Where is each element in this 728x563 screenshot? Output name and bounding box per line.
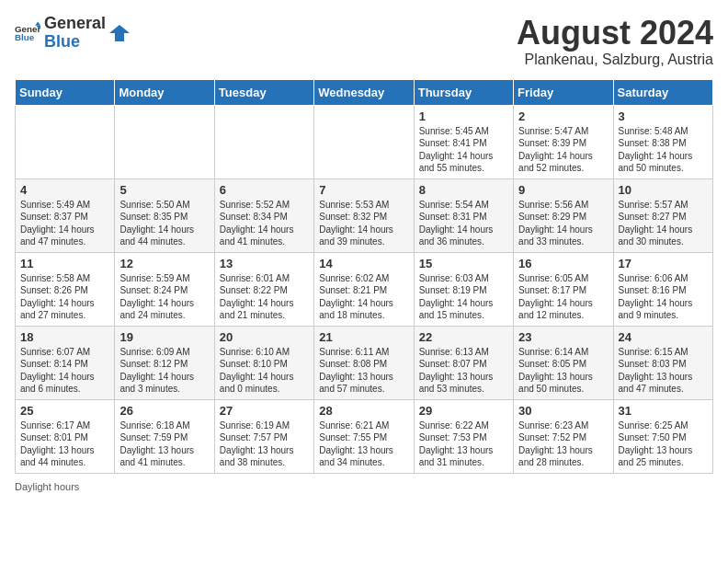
page-header: General Blue General Blue August 2024 Pl… (15, 15, 713, 68)
cell-content-line: Daylight: 14 hours and 9 minutes. (619, 297, 708, 322)
day-number: 19 (119, 330, 209, 344)
cell-content-line: Sunset: 8:07 PM (419, 358, 508, 371)
cell-content-line: Sunrise: 5:49 AM (20, 199, 109, 212)
cell-content-line: Sunrise: 5:57 AM (619, 199, 708, 212)
day-number: 28 (319, 404, 408, 418)
svg-marker-4 (109, 25, 130, 41)
logo-blue-text: Blue (44, 33, 106, 52)
calendar-cell: 16Sunrise: 6:05 AMSunset: 8:17 PMDayligh… (514, 252, 613, 326)
day-number: 27 (220, 404, 309, 418)
calendar-dow-saturday: Saturday (613, 79, 712, 105)
day-number: 11 (20, 257, 109, 270)
cell-content-line: Sunset: 7:59 PM (119, 431, 209, 444)
cell-content-line: Daylight: 13 hours and 28 minutes. (518, 444, 608, 469)
cell-content-line: Sunrise: 5:52 AM (220, 199, 309, 212)
day-number: 17 (619, 257, 708, 270)
cell-content-line: Sunrise: 5:48 AM (619, 125, 708, 138)
calendar-week-row: 18Sunrise: 6:07 AMSunset: 8:14 PMDayligh… (16, 326, 713, 399)
month-title: August 2024 (517, 15, 713, 52)
cell-content-line: Sunset: 8:01 PM (20, 431, 109, 444)
logo-bird-icon (109, 23, 130, 43)
calendar-dow-wednesday: Wednesday (314, 79, 414, 105)
cell-content-line: Sunrise: 6:19 AM (220, 419, 309, 432)
svg-text:Blue: Blue (15, 32, 35, 42)
calendar-cell: 24Sunrise: 6:15 AMSunset: 8:03 PMDayligh… (613, 326, 712, 399)
calendar-dow-friday: Friday (514, 79, 613, 105)
day-number: 4 (20, 183, 109, 197)
cell-content-line: Sunrise: 6:21 AM (319, 419, 408, 432)
cell-content-line: Sunset: 8:34 PM (220, 211, 309, 224)
cell-content-line: Daylight: 13 hours and 57 minutes. (319, 371, 408, 396)
calendar-cell: 9Sunrise: 5:56 AMSunset: 8:29 PMDaylight… (514, 178, 613, 252)
calendar-cell: 7Sunrise: 5:53 AMSunset: 8:32 PMDaylight… (314, 178, 414, 252)
cell-content-line: Sunset: 8:21 PM (319, 284, 408, 297)
calendar-cell (115, 105, 214, 178)
day-number: 13 (220, 257, 309, 270)
cell-content-line: Sunrise: 6:11 AM (319, 346, 408, 359)
calendar-cell: 3Sunrise: 5:48 AMSunset: 8:38 PMDaylight… (613, 105, 712, 178)
cell-content-line: Daylight: 14 hours and 6 minutes. (20, 371, 109, 396)
calendar-cell (314, 105, 414, 178)
day-number: 9 (518, 183, 608, 197)
cell-content-line: Daylight: 14 hours and 30 minutes. (619, 224, 708, 248)
cell-content-line: Daylight: 14 hours and 52 minutes. (518, 150, 608, 175)
cell-content-line: Sunset: 7:57 PM (220, 431, 309, 444)
day-number: 29 (419, 404, 508, 418)
cell-content-line: Daylight: 14 hours and 33 minutes. (518, 224, 608, 248)
cell-content-line: Daylight: 13 hours and 47 minutes. (619, 371, 708, 396)
cell-content-line: Sunrise: 6:18 AM (119, 419, 209, 432)
calendar-cell: 1Sunrise: 5:45 AMSunset: 8:41 PMDaylight… (414, 105, 513, 178)
cell-content-line: Sunrise: 6:05 AM (518, 272, 608, 285)
cell-content-line: Sunset: 8:12 PM (119, 358, 209, 371)
cell-content-line: Sunset: 8:35 PM (119, 211, 209, 224)
cell-content-line: Sunrise: 6:13 AM (419, 346, 508, 359)
calendar-dow-tuesday: Tuesday (214, 79, 313, 105)
cell-content-line: Sunset: 8:31 PM (419, 211, 508, 224)
cell-content-line: Sunset: 8:37 PM (20, 211, 109, 224)
cell-content-line: Sunrise: 6:15 AM (619, 346, 708, 359)
calendar-cell: 15Sunrise: 6:03 AMSunset: 8:19 PMDayligh… (414, 252, 513, 326)
calendar-cell: 20Sunrise: 6:10 AMSunset: 8:10 PMDayligh… (214, 326, 313, 399)
cell-content-line: Daylight: 14 hours and 18 minutes. (319, 297, 408, 322)
cell-content-line: Sunrise: 6:03 AM (419, 272, 508, 285)
cell-content-line: Daylight: 14 hours and 27 minutes. (20, 297, 109, 322)
cell-content-line: Sunset: 8:41 PM (419, 137, 508, 150)
calendar-cell: 30Sunrise: 6:23 AMSunset: 7:52 PMDayligh… (514, 399, 613, 473)
cell-content-line: Sunset: 8:32 PM (319, 211, 408, 224)
calendar-dow-sunday: Sunday (16, 79, 115, 105)
cell-content-line: Sunrise: 6:07 AM (20, 346, 109, 359)
calendar-header-row: SundayMondayTuesdayWednesdayThursdayFrid… (16, 79, 713, 105)
cell-content-line: Daylight: 14 hours and 39 minutes. (319, 224, 408, 248)
calendar-cell: 6Sunrise: 5:52 AMSunset: 8:34 PMDaylight… (214, 178, 313, 252)
calendar-week-row: 1Sunrise: 5:45 AMSunset: 8:41 PMDaylight… (16, 105, 713, 178)
cell-content-line: Sunrise: 5:54 AM (419, 199, 508, 212)
cell-content-line: Sunset: 8:38 PM (619, 137, 708, 150)
cell-content-line: Sunset: 8:08 PM (319, 358, 408, 371)
cell-content-line: Sunrise: 6:10 AM (220, 346, 309, 359)
cell-content-line: Daylight: 14 hours and 47 minutes. (20, 224, 109, 248)
calendar-cell: 8Sunrise: 5:54 AMSunset: 8:31 PMDaylight… (414, 178, 513, 252)
cell-content-line: Sunset: 8:03 PM (619, 358, 708, 371)
day-number: 22 (419, 330, 508, 344)
cell-content-line: Daylight: 13 hours and 38 minutes. (220, 444, 309, 469)
calendar-week-row: 4Sunrise: 5:49 AMSunset: 8:37 PMDaylight… (16, 178, 713, 252)
cell-content-line: Daylight: 13 hours and 50 minutes. (518, 371, 608, 396)
cell-content-line: Daylight: 14 hours and 41 minutes. (220, 224, 309, 248)
day-number: 12 (119, 257, 209, 270)
cell-content-line: Sunset: 7:50 PM (619, 431, 708, 444)
calendar-cell (214, 105, 313, 178)
cell-content-line: Daylight: 13 hours and 34 minutes. (319, 444, 408, 469)
cell-content-line: Sunset: 8:39 PM (518, 137, 608, 150)
calendar-cell: 21Sunrise: 6:11 AMSunset: 8:08 PMDayligh… (314, 326, 414, 399)
location-title: Plankenau, Salzburg, Austria (517, 52, 713, 68)
cell-content-line: Sunrise: 5:53 AM (319, 199, 408, 212)
calendar-week-row: 11Sunrise: 5:58 AMSunset: 8:26 PMDayligh… (16, 252, 713, 326)
day-number: 10 (619, 183, 708, 197)
calendar-cell: 22Sunrise: 6:13 AMSunset: 8:07 PMDayligh… (414, 326, 513, 399)
calendar-dow-thursday: Thursday (414, 79, 513, 105)
day-number: 26 (119, 404, 209, 418)
cell-content-line: Daylight: 14 hours and 50 minutes. (619, 150, 708, 175)
day-number: 6 (220, 183, 309, 197)
calendar-cell: 2Sunrise: 5:47 AMSunset: 8:39 PMDaylight… (514, 105, 613, 178)
cell-content-line: Sunrise: 6:17 AM (20, 419, 109, 432)
